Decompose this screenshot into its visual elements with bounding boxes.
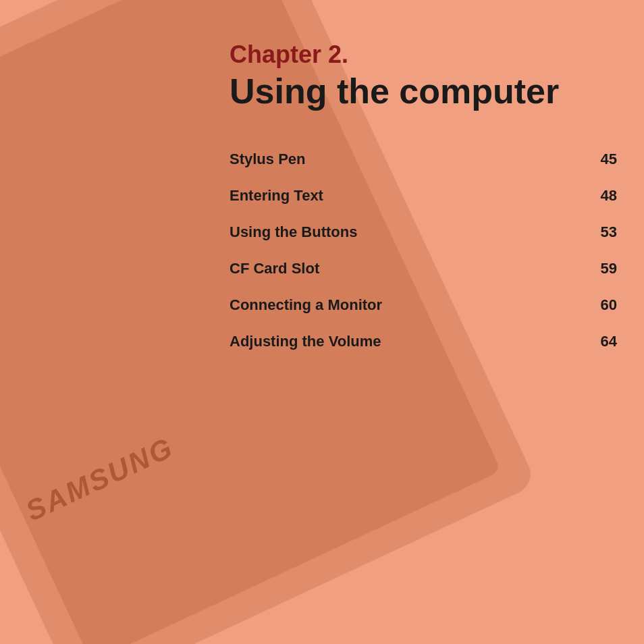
chapter-title: Using the computer <box>230 72 617 111</box>
toc-row: Stylus Pen45 <box>230 141 617 178</box>
chapter-label: Chapter 2. <box>230 41 617 69</box>
toc-item-label: Using the Buttons <box>230 223 357 241</box>
toc-row: Using the Buttons53 <box>230 214 617 250</box>
toc-row: Connecting a Monitor60 <box>230 287 617 323</box>
toc-item-label: CF Card Slot <box>230 260 319 277</box>
toc-list: Stylus Pen45Entering Text48Using the But… <box>230 141 617 360</box>
toc-item-label: Adjusting the Volume <box>230 333 381 350</box>
toc-row: Entering Text48 <box>230 178 617 214</box>
toc-item-label: Stylus Pen <box>230 151 305 168</box>
toc-row: CF Card Slot59 <box>230 250 617 287</box>
toc-item-page: 64 <box>590 333 617 350</box>
toc-item-page: 59 <box>590 260 617 277</box>
toc-item-label: Connecting a Monitor <box>230 296 382 314</box>
toc-item-page: 60 <box>590 296 617 314</box>
toc-item-label: Entering Text <box>230 187 323 205</box>
toc-item-page: 53 <box>590 223 617 241</box>
content-area: Chapter 2. Using the computer Stylus Pen… <box>230 41 617 360</box>
toc-item-page: 48 <box>590 187 617 205</box>
toc-item-page: 45 <box>590 151 617 168</box>
toc-row: Adjusting the Volume64 <box>230 323 617 360</box>
